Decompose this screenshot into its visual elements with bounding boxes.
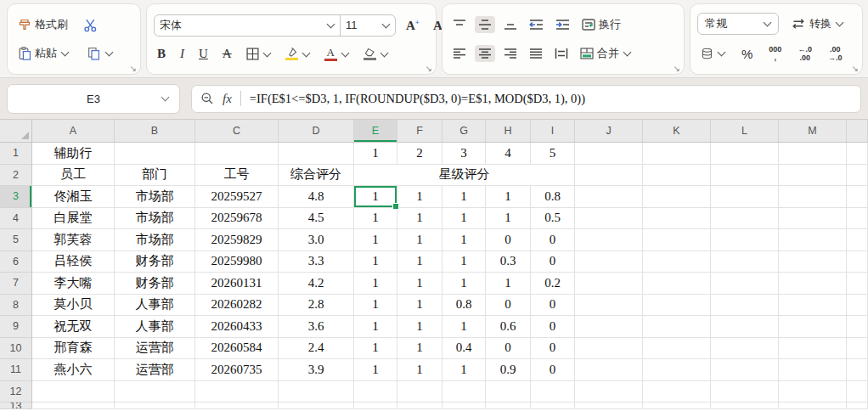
cell-B2[interactable]: 部门 xyxy=(115,165,195,187)
cell-K12[interactable] xyxy=(643,381,711,403)
cell-B13[interactable] xyxy=(115,403,195,409)
row-header-12[interactable]: 12 xyxy=(0,381,32,403)
fill-handle[interactable] xyxy=(392,203,399,210)
cell-M6[interactable] xyxy=(779,251,847,273)
cell-E2-merged[interactable]: 星级评分 xyxy=(354,165,575,187)
cell-K2[interactable] xyxy=(643,165,711,187)
cell-L12[interactable] xyxy=(711,381,779,403)
clipboard-dialog-launcher-icon[interactable]: ↘ xyxy=(130,65,137,73)
cell-C2[interactable]: 工号 xyxy=(195,165,279,187)
cell-E9[interactable]: 1 xyxy=(354,316,397,338)
cell-F9[interactable]: 1 xyxy=(397,316,442,338)
cell-B4[interactable]: 市场部 xyxy=(115,208,195,230)
cell-M4[interactable] xyxy=(779,208,847,230)
column-header-J[interactable]: J xyxy=(575,120,643,143)
justify-button[interactable] xyxy=(526,45,546,62)
cell-K4[interactable] xyxy=(643,208,711,230)
cell-F12[interactable] xyxy=(397,381,442,403)
cell-K10[interactable] xyxy=(643,338,711,360)
cell-E11[interactable]: 1 xyxy=(354,359,397,381)
cell-G4[interactable]: 1 xyxy=(442,208,486,230)
cell-E3[interactable]: 1 xyxy=(354,186,397,208)
cell-C11[interactable]: 20260735 xyxy=(195,359,279,381)
bold-button[interactable]: B xyxy=(154,44,169,64)
cell-J2[interactable] xyxy=(575,165,643,187)
cell-G7[interactable]: 1 xyxy=(442,273,486,295)
cell-L8[interactable] xyxy=(711,295,779,317)
cell-B11[interactable]: 运营部 xyxy=(115,359,195,381)
row-header-6[interactable]: 6 xyxy=(0,251,32,273)
increase-decimal-button[interactable]: ←.0.00 xyxy=(794,42,815,65)
cell-D8[interactable]: 2.8 xyxy=(279,295,354,317)
strikethrough-button[interactable]: A xyxy=(219,44,235,64)
clear-format-button[interactable] xyxy=(360,45,392,63)
cell-L7[interactable] xyxy=(711,273,779,295)
cell-C13[interactable] xyxy=(195,403,279,409)
column-header-L[interactable]: L xyxy=(711,120,779,143)
borders-button[interactable] xyxy=(243,45,274,63)
align-middle-button[interactable] xyxy=(475,16,495,33)
row-header-2[interactable]: 2 xyxy=(0,165,32,187)
column-header-F[interactable]: F xyxy=(397,120,442,143)
cell-L3[interactable] xyxy=(711,186,779,208)
wrap-text-button[interactable]: 换行 xyxy=(578,14,624,35)
row-header-3[interactable]: 3 xyxy=(0,186,32,208)
cell-F11[interactable]: 1 xyxy=(397,359,442,381)
cell-F5[interactable]: 1 xyxy=(397,229,442,251)
cell-C6[interactable]: 20259980 xyxy=(195,251,279,273)
cell-H6[interactable]: 0.3 xyxy=(486,251,531,273)
cell-A5[interactable]: 郭芙蓉 xyxy=(32,229,115,251)
cell-C4[interactable]: 20259678 xyxy=(195,208,279,230)
cell-F1[interactable]: 2 xyxy=(397,143,442,165)
column-header-G[interactable]: G xyxy=(442,120,486,143)
cell-F10[interactable]: 1 xyxy=(397,338,442,360)
cell-L2[interactable] xyxy=(711,165,779,187)
cell-D4[interactable]: 4.5 xyxy=(279,208,354,230)
cell-I1[interactable]: 5 xyxy=(531,143,575,165)
cell-G12[interactable] xyxy=(442,381,486,403)
row-header-4[interactable]: 4 xyxy=(0,208,32,230)
cell-J10[interactable] xyxy=(575,338,643,360)
fill-color-button[interactable] xyxy=(282,45,313,63)
cell-K1[interactable] xyxy=(643,143,711,165)
row-header-10[interactable]: 10 xyxy=(0,338,32,360)
font-dialog-launcher-icon[interactable]: ↘ xyxy=(426,65,432,73)
row-header-8[interactable]: 8 xyxy=(0,295,32,317)
formula-input[interactable]: fx =IF(E$1<=$D3, 1, IF(ROUNDUP($D3, 0)=E… xyxy=(191,85,861,113)
cell-C7[interactable]: 20260131 xyxy=(195,273,279,295)
cell-D13[interactable] xyxy=(279,403,354,409)
paste-button[interactable]: 粘贴 xyxy=(14,43,72,64)
cell-E7[interactable]: 1 xyxy=(354,273,397,295)
italic-button[interactable]: I xyxy=(177,44,188,64)
cell-L13[interactable] xyxy=(711,403,779,409)
name-box[interactable]: E3 xyxy=(7,84,180,114)
cell-L10[interactable] xyxy=(711,338,779,360)
cut-button[interactable] xyxy=(80,15,101,35)
cell-K3[interactable] xyxy=(643,186,711,208)
cell-C5[interactable]: 20259829 xyxy=(195,229,279,251)
select-all-corner[interactable] xyxy=(0,120,32,143)
cell-G6[interactable]: 1 xyxy=(442,251,486,273)
cell-G5[interactable]: 1 xyxy=(442,229,486,251)
cell-A6[interactable]: 吕轻侯 xyxy=(32,251,115,273)
cell-B10[interactable]: 运营部 xyxy=(115,338,195,360)
number-dialog-launcher-icon[interactable]: ↘ xyxy=(852,65,859,73)
cell-E10[interactable]: 1 xyxy=(354,338,397,360)
cell-B1[interactable] xyxy=(115,143,195,165)
cell-C8[interactable]: 20260282 xyxy=(195,295,279,317)
increase-font-button[interactable]: A+ xyxy=(403,15,423,36)
cell-M9[interactable] xyxy=(779,316,847,338)
increase-indent-button[interactable] xyxy=(552,16,573,33)
column-header-K[interactable]: K xyxy=(643,120,711,143)
cell-D2[interactable]: 综合评分 xyxy=(279,165,354,187)
cell-J1[interactable] xyxy=(575,143,643,165)
cell-H4[interactable]: 1 xyxy=(486,208,531,230)
cell-B5[interactable]: 市场部 xyxy=(115,229,195,251)
cell-K6[interactable] xyxy=(643,251,711,273)
cell-H5[interactable]: 0 xyxy=(486,229,531,251)
cell-K7[interactable] xyxy=(643,273,711,295)
cell-G13[interactable] xyxy=(442,403,486,409)
currency-button[interactable] xyxy=(697,45,729,63)
cell-I12[interactable] xyxy=(531,381,575,403)
cell-I13[interactable] xyxy=(531,403,575,409)
